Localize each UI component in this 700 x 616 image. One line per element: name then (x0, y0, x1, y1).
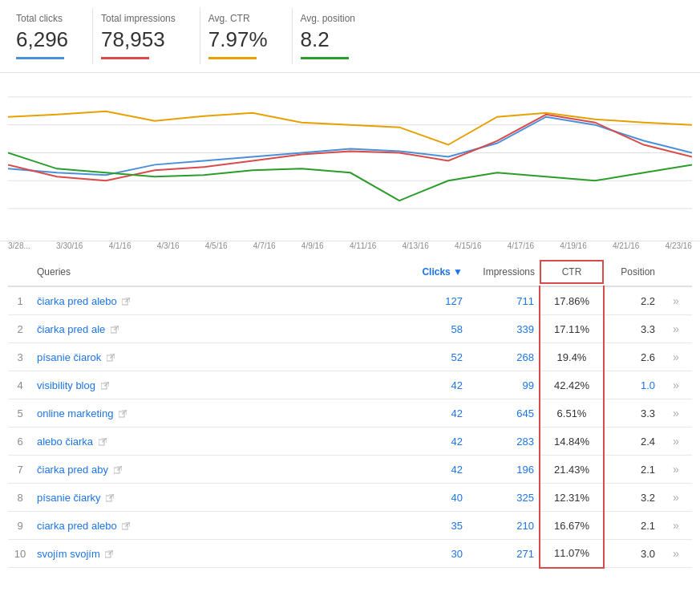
date-label: 3/30/16 (56, 241, 83, 250)
col-header-impressions[interactable]: Impressions (467, 258, 540, 286)
row-query[interactable]: visibility blog (32, 371, 411, 399)
svg-rect-23 (105, 552, 111, 557)
row-query[interactable]: čiarka pred ale (32, 315, 411, 343)
row-position: 2.4 (604, 428, 660, 456)
external-link-icon (101, 382, 109, 390)
table-row: 6 alebo čiarka 42 283 14.84% 2.4 » (8, 428, 692, 456)
row-query[interactable]: čiarka pred aby (32, 456, 411, 484)
external-link-icon (106, 494, 114, 502)
row-arrow[interactable]: » (660, 399, 692, 428)
row-query[interactable]: online marketing (32, 399, 411, 428)
metric-item: Total impressions 78,953 (93, 8, 200, 64)
external-link-icon (111, 326, 119, 334)
metric-item: Avg. position 8.2 (293, 8, 380, 64)
row-ctr: 42.42% (540, 371, 604, 399)
row-clicks: 35 (411, 512, 467, 540)
row-arrow[interactable]: » (660, 512, 692, 540)
row-impressions: 271 (467, 540, 540, 568)
metric-label: Avg. CTR (208, 13, 268, 24)
date-label: 4/15/16 (455, 241, 481, 250)
col-header-position[interactable]: Position (604, 258, 660, 286)
row-arrow[interactable]: » (660, 343, 692, 371)
metric-underline (301, 57, 349, 59)
row-ctr: 6.51% (540, 399, 604, 428)
row-position: 2.6 (604, 343, 660, 371)
table-row: 1 čiarka pred alebo 127 711 17.86% 2.2 » (8, 286, 692, 315)
row-position: 3.3 (604, 399, 660, 428)
date-label: 4/17/16 (508, 241, 534, 250)
row-query[interactable]: svojím svojím (32, 540, 411, 568)
external-link-icon (122, 522, 130, 530)
svg-rect-5 (122, 299, 127, 305)
metric-value: 8.2 (301, 27, 356, 52)
date-label: 4/9/16 (301, 241, 324, 250)
external-link-icon (99, 438, 107, 446)
row-arrow[interactable]: » (660, 428, 692, 456)
row-num: 1 (8, 286, 32, 315)
table-row: 10 svojím svojím 30 271 11.07% 3.0 » (8, 540, 692, 568)
row-impressions: 711 (467, 286, 540, 315)
row-num: 7 (8, 456, 32, 484)
table-body: 1 čiarka pred alebo 127 711 17.86% 2.2 »… (8, 286, 692, 568)
row-query[interactable]: písanie čiarok (32, 343, 411, 371)
row-arrow[interactable]: » (660, 456, 692, 484)
table-row: 8 písanie čiarky 40 325 12.31% 3.2 » (8, 484, 692, 512)
svg-rect-9 (107, 355, 112, 361)
row-arrow[interactable]: » (660, 484, 692, 512)
row-arrow[interactable]: » (660, 315, 692, 343)
svg-rect-11 (101, 383, 107, 389)
row-arrow[interactable]: » (660, 371, 692, 399)
row-clicks: 42 (411, 371, 467, 399)
row-arrow[interactable]: » (660, 286, 692, 315)
date-label: 4/11/16 (350, 241, 376, 250)
col-header-num (8, 258, 32, 286)
date-label: 3/28... (8, 241, 30, 250)
metric-value: 7.97% (208, 27, 268, 52)
metric-item: Avg. CTR 7.97% (200, 8, 293, 64)
row-query[interactable]: čiarka pred alebo (32, 286, 411, 315)
row-clicks: 30 (411, 540, 467, 568)
row-clicks: 40 (411, 484, 467, 512)
metric-value: 78,953 (101, 27, 176, 52)
col-header-ctr[interactable]: CTR (540, 258, 604, 286)
date-label: 4/3/16 (157, 241, 180, 250)
row-impressions: 196 (467, 456, 540, 484)
metric-value: 6,296 (16, 27, 68, 52)
date-label: 4/21/16 (613, 241, 639, 250)
row-arrow[interactable]: » (660, 540, 692, 568)
row-num: 6 (8, 428, 32, 456)
col-header-clicks[interactable]: Clicks ▼ (411, 258, 467, 286)
row-num: 9 (8, 512, 32, 540)
row-position: 2.1 (604, 512, 660, 540)
row-num: 8 (8, 484, 32, 512)
row-clicks: 42 (411, 399, 467, 428)
metric-underline (208, 57, 257, 59)
row-position: 3.3 (604, 315, 660, 343)
svg-rect-19 (106, 496, 111, 501)
date-label: 4/23/16 (666, 241, 692, 250)
svg-rect-17 (114, 468, 119, 473)
date-label: 4/7/16 (253, 241, 276, 250)
row-clicks: 42 (411, 456, 467, 484)
table-row: 3 písanie čiarok 52 268 19.4% 2.6 » (8, 343, 692, 371)
metric-item: Total clicks 6,296 (8, 8, 93, 64)
table-row: 2 čiarka pred ale 58 339 17.11% 3.3 » (8, 315, 692, 343)
external-link-icon (114, 466, 122, 474)
svg-rect-15 (99, 440, 104, 445)
row-ctr: 14.84% (540, 428, 604, 456)
row-query[interactable]: ciarka pred alebo (32, 512, 411, 540)
table-row: 4 visibility blog 42 99 42.42% 1.0 » (8, 371, 692, 399)
row-query[interactable]: písanie čiarky (32, 484, 411, 512)
col-header-arrow (660, 258, 692, 286)
row-ctr: 21.43% (540, 456, 604, 484)
row-clicks: 52 (411, 343, 467, 371)
row-num: 5 (8, 399, 32, 428)
metric-underline (101, 57, 149, 59)
row-position: 3.2 (604, 484, 660, 512)
row-impressions: 325 (467, 484, 540, 512)
row-position: 2.1 (604, 456, 660, 484)
line-chart (8, 81, 692, 217)
row-query[interactable]: alebo čiarka (32, 428, 411, 456)
metric-underline (16, 57, 64, 59)
row-impressions: 283 (467, 428, 540, 456)
